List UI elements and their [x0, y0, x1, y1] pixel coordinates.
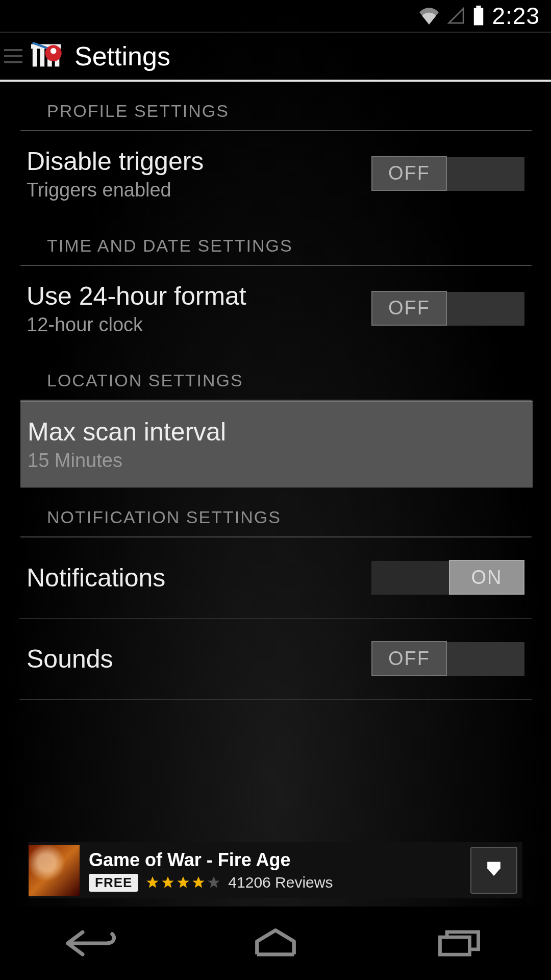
svg-point-9: [51, 48, 57, 54]
download-icon: [483, 859, 505, 881]
home-button[interactable]: [235, 925, 316, 961]
ad-download-button[interactable]: [470, 847, 517, 894]
setting-notifications[interactable]: Notifications ON: [19, 537, 532, 619]
toggle-notifications[interactable]: ON: [371, 561, 524, 595]
back-icon: [64, 928, 120, 958]
svg-rect-0: [477, 6, 481, 8]
cell-signal-icon: [447, 7, 465, 24]
section-header-location: LOCATION SETTINGS: [20, 351, 532, 401]
ad-title: Game of War - Fire Age: [89, 849, 461, 871]
toggle-knob: ON: [449, 560, 524, 595]
setting-subtitle: 15 Minutes: [28, 450, 226, 472]
ad-price-badge: FREE: [89, 874, 138, 892]
section-header-profile: PROFILE SETTINGS: [20, 82, 532, 131]
setting-sounds[interactable]: Sounds OFF: [19, 619, 532, 700]
app-bar: Settings: [0, 33, 551, 82]
toggle-knob: OFF: [371, 641, 447, 676]
home-icon: [251, 928, 300, 958]
recent-apps-icon: [435, 928, 484, 958]
status-bar: 2:23: [0, 0, 551, 32]
setting-disable-triggers[interactable]: Disable triggers Triggers enabled OFF: [0, 131, 551, 216]
system-nav-bar: [0, 906, 551, 980]
toggle-knob: OFF: [371, 156, 447, 191]
svg-rect-11: [440, 937, 469, 954]
setting-subtitle: Triggers enabled: [27, 179, 204, 201]
setting-title: Max scan interval: [28, 417, 226, 447]
toggle-disable-triggers[interactable]: OFF: [371, 157, 524, 191]
setting-max-scan-interval[interactable]: Max scan interval 15 Minutes: [20, 401, 533, 488]
battery-icon: [472, 6, 485, 26]
recent-apps-button[interactable]: [418, 925, 500, 961]
section-header-time-date: TIME AND DATE SETTINGS: [20, 216, 532, 266]
ad-thumbnail: [29, 845, 80, 896]
ad-rating-stars: [145, 875, 221, 890]
menu-icon[interactable]: [4, 49, 22, 63]
page-title: Settings: [74, 41, 170, 71]
ad-review-count: 41206 Reviews: [228, 874, 333, 891]
section-header-notification: NOTIFICATION SETTINGS: [20, 488, 532, 537]
setting-24h-format[interactable]: Use 24-hour format 12-hour clock OFF: [0, 266, 551, 351]
setting-title: Use 24-hour format: [27, 281, 246, 311]
setting-title: Notifications: [27, 563, 165, 593]
ad-banner[interactable]: Game of War - Fire Age FREE 41206 Review…: [29, 842, 522, 898]
back-button[interactable]: [51, 925, 133, 961]
ad-info: Game of War - Fire Age FREE 41206 Review…: [89, 849, 461, 892]
wifi-icon: [418, 7, 440, 24]
svg-rect-3: [40, 47, 44, 67]
toggle-knob: OFF: [371, 291, 447, 326]
status-clock: 2:23: [492, 2, 540, 30]
setting-title: Disable triggers: [27, 146, 204, 176]
settings-list: PROFILE SETTINGS Disable triggers Trigge…: [0, 82, 551, 700]
toggle-sounds[interactable]: OFF: [371, 642, 524, 676]
toggle-24h-format[interactable]: OFF: [371, 292, 524, 326]
setting-subtitle: 12-hour clock: [27, 314, 246, 336]
app-logo-icon[interactable]: [30, 38, 65, 74]
svg-rect-1: [474, 8, 483, 26]
svg-rect-2: [33, 47, 37, 67]
setting-title: Sounds: [27, 644, 113, 674]
